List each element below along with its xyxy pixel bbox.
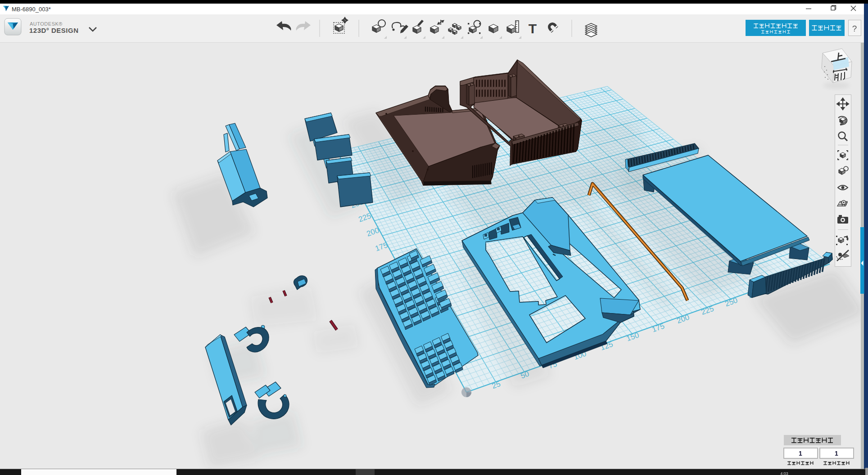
svg-text:1: 1	[835, 450, 838, 457]
svg-text:4:03: 4:03	[780, 471, 788, 475]
svg-text:MB-6890_003*: MB-6890_003*	[12, 6, 51, 13]
svg-text:123D° DESIGN: 123D° DESIGN	[29, 27, 79, 34]
svg-text:AUTODESK®: AUTODESK®	[30, 21, 63, 27]
svg-text:1: 1	[799, 450, 802, 457]
svg-text:T: T	[529, 21, 537, 36]
svg-text:?: ?	[852, 24, 857, 33]
